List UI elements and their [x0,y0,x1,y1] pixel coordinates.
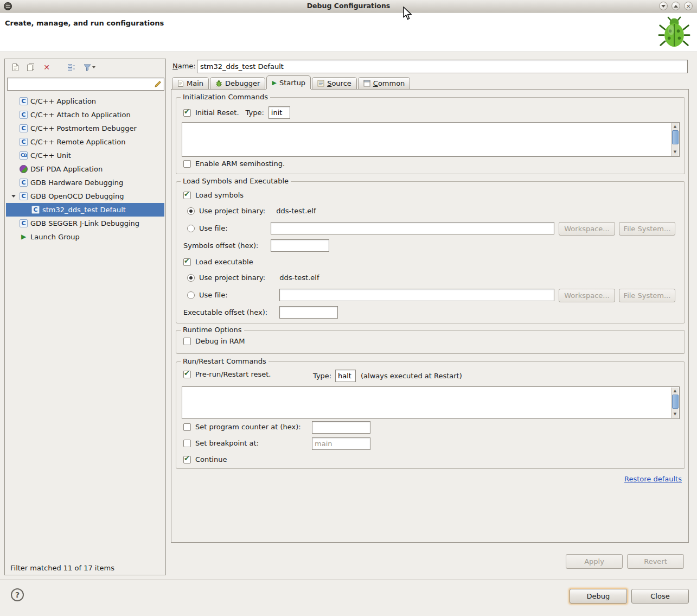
exec-project-binary-label: Use project binary: [199,274,265,282]
tab-debugger[interactable]: Debugger [210,77,265,89]
debug-in-ram-checkbox[interactable] [183,338,191,345]
filter-configurations-button[interactable] [82,62,97,73]
filter-clear-icon[interactable] [154,80,162,90]
window-shade-button[interactable] [659,2,668,10]
group-title: Load Symbols and Executable [181,177,291,185]
help-button[interactable]: ? [11,588,24,601]
load-symbols-row: ✔ Load symbols [183,191,244,199]
sidebar-toolbar: ✕ [5,59,165,75]
tab-source[interactable]: Source [312,77,357,89]
symbols-use-file-radio[interactable] [187,225,195,232]
scroll-down-icon[interactable]: ▼ [672,149,679,156]
apply-button[interactable]: Apply [566,554,623,569]
restart-type-note: (always executed at Restart) [361,372,462,380]
scroll-down-icon[interactable]: ▼ [672,411,679,418]
duplicate-configuration-button[interactable] [25,62,36,73]
debug-button[interactable]: Debug [570,589,627,604]
exec-filesystem-button[interactable]: File System... [619,289,675,302]
set-pc-checkbox[interactable] [183,423,191,431]
scrollbar-thumb[interactable] [672,130,679,144]
symbols-offset-input[interactable] [271,239,329,252]
tree-item-gdb-segger[interactable]: GDB SEGGER J-Link Debugging [6,217,164,230]
scroll-up-icon[interactable]: ▲ [672,123,679,130]
startup-tab-content: Initialization Commands ✔ Initial Reset.… [171,89,689,543]
initial-reset-row: ✔ Initial Reset. Type: [183,106,290,119]
initial-reset-type-input[interactable] [268,106,290,119]
init-commands-textarea[interactable]: ▲ ▼ [182,122,680,157]
tree-item-cpp-remote[interactable]: C/C++ Remote Application [6,135,164,149]
exec-file-input[interactable] [279,289,554,301]
executable-offset-input[interactable] [279,306,338,319]
set-breakpoint-input[interactable] [312,437,370,450]
c-unit-icon [20,151,28,160]
collapse-all-button[interactable] [66,62,77,73]
init-commands-scrollbar[interactable]: ▲ ▼ [671,123,679,156]
debug-bug-icon [658,15,690,50]
scroll-up-icon[interactable]: ▲ [672,388,679,395]
tree-item-gdb-openocd[interactable]: GDB OpenOCD Debugging [6,189,164,203]
close-button[interactable]: Close [631,589,689,604]
exec-use-file-radio[interactable] [187,291,195,299]
initial-reset-checkbox[interactable]: ✔ [183,109,191,117]
dropdown-arrow-icon [92,66,95,68]
run-commands-scrollbar[interactable]: ▲ ▼ [671,388,679,418]
tab-main[interactable]: Main [172,77,209,89]
arm-semihosting-label: Enable ARM semihosting. [195,160,285,168]
scrollbar-thumb[interactable] [672,395,679,409]
load-symbols-executable-group: Load Symbols and Executable ✔ Load symbo… [176,181,685,323]
restore-defaults-link[interactable]: Restore defaults [624,475,682,483]
continue-checkbox[interactable]: ✔ [183,456,191,463]
initial-reset-label: Initial Reset. [195,109,239,117]
c-postmortem-icon [20,124,28,132]
tree-item-label: C/C++ Attach to Application [30,111,131,119]
tree-item-gdb-hardware[interactable]: GDB Hardware Debugging [6,176,164,189]
tab-common[interactable]: Common [358,77,411,89]
run-commands-textarea[interactable]: ▲ ▼ [182,386,680,419]
restart-type-input[interactable] [335,370,356,382]
arm-semihosting-checkbox[interactable] [183,160,191,168]
prerun-reset-checkbox[interactable]: ✔ [183,371,191,378]
tree-item-cpp-application[interactable]: C/C++ Application [6,94,164,108]
tree-item-label: GDB Hardware Debugging [30,179,123,187]
tree-item-stm32-dds-test[interactable]: stm32_dds_test Default [6,203,164,217]
symbols-filesystem-button[interactable]: File System... [619,222,675,236]
tree-item-cpp-unit[interactable]: C/C++ Unit [6,149,164,162]
set-breakpoint-checkbox[interactable] [183,440,191,447]
tree-item-dsf-pda[interactable]: DSF PDA Application [6,162,164,176]
new-configuration-button[interactable] [10,62,21,73]
symbols-file-input[interactable] [271,222,554,234]
delete-configuration-button[interactable]: ✕ [41,62,52,73]
tab-startup[interactable]: ▶ Startup [266,75,311,89]
group-title: Runtime Options [181,326,244,334]
revert-button[interactable]: Revert [627,554,684,569]
exec-workspace-button[interactable]: Workspace... [559,289,615,302]
window-maximize-button[interactable] [672,2,680,10]
source-icon [317,80,324,87]
name-input[interactable] [197,60,688,73]
load-executable-checkbox[interactable]: ✔ [183,258,191,266]
filter-input[interactable] [7,78,164,91]
name-label: Name: [172,62,196,70]
tree-item-launch-group[interactable]: ▶ Launch Group [6,230,164,244]
tree-item-label: GDB SEGGER J-Link Debugging [30,219,139,227]
help-icon: ? [15,590,20,599]
tree-item-cpp-attach[interactable]: C/C++ Attach to Application [6,108,164,122]
c-remote-icon [20,138,28,146]
symbols-project-binary-radio[interactable] [187,207,195,215]
common-icon [363,80,370,87]
debug-in-ram-label: Debug in RAM [195,337,245,345]
group-title: Run/Restart Commands [181,357,268,365]
configurations-sidebar: ✕ C/C++ Application C/C++ Attach to A [4,59,166,575]
set-pc-input[interactable] [312,421,370,434]
mouse-cursor [402,7,412,22]
symbols-workspace-button[interactable]: Workspace... [559,222,615,236]
load-symbols-checkbox[interactable]: ✔ [183,192,191,199]
document-icon [177,80,184,87]
filter-status: Filter matched 11 of 17 items [10,564,114,572]
expander-icon[interactable] [10,195,17,198]
window-close-button[interactable]: × [684,2,693,10]
symbols-project-binary-value: dds-test.elf [276,207,316,215]
tree-item-cpp-postmortem[interactable]: C/C++ Postmortem Debugger [6,122,164,135]
tree-item-label: C/C++ Postmortem Debugger [30,124,137,132]
exec-project-binary-radio[interactable] [187,274,195,282]
